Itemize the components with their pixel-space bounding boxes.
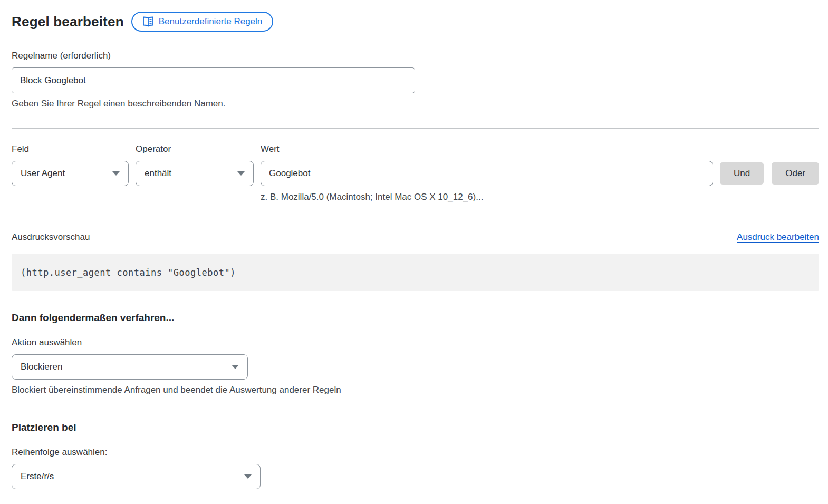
page-header: Regel bearbeiten Benutzerdefinierte Rege… <box>12 12 819 32</box>
field-label: Feld <box>12 144 129 154</box>
rule-name-help: Geben Sie Ihrer Regel einen beschreibend… <box>12 99 819 109</box>
placement-section: Platzieren bei Reihenfolge auswählen: Er… <box>12 422 819 489</box>
operator-column: Operator enthält <box>136 144 254 202</box>
condition-builder: Feld User Agent Operator enthält Wert z.… <box>12 144 819 202</box>
value-input[interactable] <box>261 161 713 186</box>
edit-expression-link[interactable]: Ausdruck bearbeiten <box>737 232 819 243</box>
and-button[interactable]: Und <box>720 162 764 185</box>
operator-label: Operator <box>136 144 254 154</box>
custom-rules-badge-button[interactable]: Benutzerdefinierte Regeln <box>131 12 274 32</box>
rule-name-input[interactable] <box>12 67 415 93</box>
expression-code: (http.user_agent contains "Googlebot") <box>21 267 236 278</box>
chevron-down-icon <box>244 474 252 479</box>
field-column: Feld User Agent <box>12 144 129 202</box>
action-select[interactable]: Blockieren <box>12 354 248 380</box>
placement-heading: Platzieren bei <box>12 422 819 433</box>
section-divider <box>12 128 819 129</box>
expression-preview-section: Ausdrucksvorschau Ausdruck bearbeiten (h… <box>12 232 819 291</box>
or-button[interactable]: Oder <box>772 162 819 185</box>
chevron-down-icon <box>232 365 239 369</box>
rule-name-label: Regelname (erforderlich) <box>12 51 819 61</box>
value-example-text: z. B. Mozilla/5.0 (Macintosh; Intel Mac … <box>261 192 713 202</box>
chevron-down-icon <box>237 171 245 176</box>
edit-rule-page: Regel bearbeiten Benutzerdefinierte Rege… <box>0 0 828 489</box>
custom-rules-badge-label: Benutzerdefinierte Regeln <box>159 16 263 27</box>
action-section: Dann folgendermaßen verfahren... Aktion … <box>12 312 819 395</box>
field-select-value: User Agent <box>21 168 65 179</box>
expression-preview-label: Ausdrucksvorschau <box>12 232 90 243</box>
placement-order-select[interactable]: Erste/r/s <box>12 464 261 489</box>
action-label: Aktion auswählen <box>12 337 819 348</box>
action-heading: Dann folgendermaßen verfahren... <box>12 312 819 324</box>
page-title: Regel bearbeiten <box>12 14 124 30</box>
expression-code-block: (http.user_agent contains "Googlebot") <box>12 254 819 291</box>
operator-select[interactable]: enthält <box>136 161 254 186</box>
operator-select-value: enthält <box>145 168 171 179</box>
placement-order-label: Reihenfolge auswählen: <box>12 447 819 458</box>
rule-name-section: Regelname (erforderlich) Geben Sie Ihrer… <box>12 51 819 109</box>
action-select-value: Blockieren <box>21 362 62 372</box>
open-book-icon <box>142 16 154 27</box>
field-select[interactable]: User Agent <box>12 161 129 186</box>
chevron-down-icon <box>112 171 120 176</box>
action-help: Blockiert übereinstimmende Anfragen und … <box>12 385 819 395</box>
connector-buttons: Und Oder <box>720 144 819 202</box>
value-label: Wert <box>261 144 713 154</box>
value-column: Wert z. B. Mozilla/5.0 (Macintosh; Intel… <box>261 144 713 202</box>
placement-order-select-value: Erste/r/s <box>21 471 54 482</box>
